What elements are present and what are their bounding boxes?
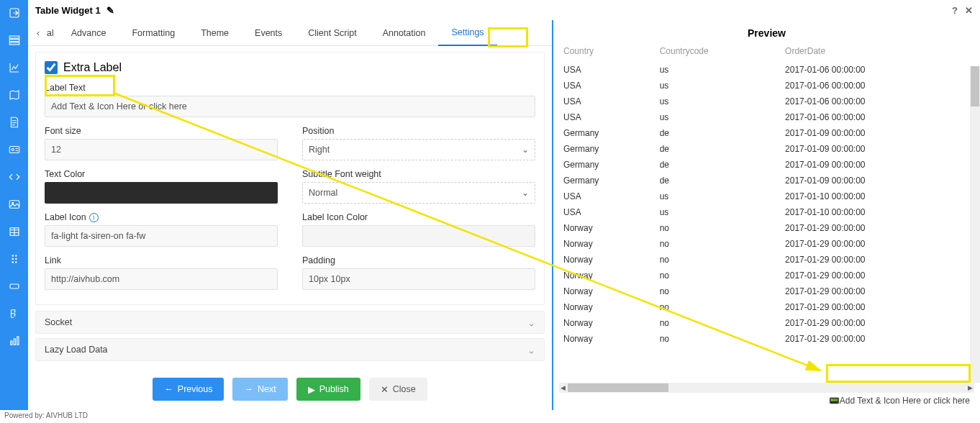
sidebar: [0, 0, 28, 410]
vertical-scroll-thumb[interactable]: [971, 66, 979, 106]
tab-al[interactable]: al: [45, 20, 58, 46]
horizontal-scroll-thumb[interactable]: [568, 383, 668, 392]
table-row[interactable]: Norwayno2017-01-29 00:00:00: [559, 299, 974, 315]
tab-scroll-left-icon[interactable]: ‹: [31, 28, 45, 38]
position-select[interactable]: Right⌄: [302, 139, 535, 160]
stats-icon[interactable]: [7, 334, 22, 348]
table-cell: no: [655, 283, 781, 299]
table-cell: USA: [559, 204, 655, 220]
table-cell: Germany: [559, 173, 655, 188]
text-color-label: Text Color: [45, 169, 278, 179]
label-icon-color-label: Label Icon Color: [302, 212, 535, 222]
table-row[interactable]: Germanyde2017-01-09 00:00:00: [559, 173, 974, 188]
table-row[interactable]: Germanyde2017-01-09 00:00:00: [559, 141, 974, 157]
label-icon-input[interactable]: [45, 225, 278, 247]
map-icon[interactable]: [7, 88, 22, 102]
table-cell: no: [655, 315, 781, 331]
image-icon[interactable]: [7, 197, 22, 212]
accordion-socket[interactable]: Socket⌃: [35, 311, 545, 334]
table-row[interactable]: USAus2017-01-10 00:00:00: [559, 188, 974, 204]
svg-point-14: [15, 262, 17, 263]
vertical-scrollbar[interactable]: [970, 66, 980, 383]
chart-icon[interactable]: [7, 60, 22, 75]
accordion-lazy-load[interactable]: Lazy Load Data⌃: [35, 338, 545, 361]
tab-theme[interactable]: Theme: [188, 20, 242, 46]
table-row[interactable]: Norwayno2017-01-29 00:00:00: [559, 268, 974, 283]
table-row[interactable]: USAus2017-01-06 00:00:00: [559, 78, 974, 94]
table-row[interactable]: Norwayno2017-01-29 00:00:00: [559, 315, 974, 331]
table-header[interactable]: Country: [559, 43, 655, 62]
table-cell: 2017-01-09 00:00:00: [781, 173, 974, 188]
table-row[interactable]: Norwayno2017-01-29 00:00:00: [559, 236, 974, 252]
table-cell: no: [655, 252, 781, 268]
table-cell: 2017-01-29 00:00:00: [781, 236, 974, 252]
svg-point-7: [12, 202, 13, 204]
layout-icon[interactable]: [7, 33, 22, 47]
subtitle-weight-select[interactable]: Normal⌄: [302, 182, 535, 204]
tab-annotation[interactable]: Annotation: [370, 20, 439, 46]
table-row[interactable]: Germanyde2017-01-09 00:00:00: [559, 125, 974, 141]
svg-point-5: [12, 149, 14, 151]
publish-button[interactable]: ▶Publish: [296, 378, 360, 401]
table-header[interactable]: OrderDate: [781, 43, 974, 62]
table-row[interactable]: USAus2017-01-06 00:00:00: [559, 62, 974, 78]
preview-extra-label[interactable]: 📟Add Text & Icon Here or click here: [553, 393, 980, 410]
svg-rect-18: [17, 337, 18, 345]
table-cell: 2017-01-06 00:00:00: [781, 109, 974, 125]
table-row[interactable]: Norwayno2017-01-29 00:00:00: [559, 283, 974, 299]
label-icon-color-swatch[interactable]: [302, 225, 535, 247]
extra-label-text: Extra Label: [63, 61, 122, 74]
footer: Powered by: AIVHUB LTD: [0, 410, 980, 423]
text-color-swatch[interactable]: [45, 182, 278, 204]
previous-button[interactable]: ←Previous: [153, 378, 224, 401]
drag-icon[interactable]: [7, 252, 22, 266]
document-icon[interactable]: [7, 115, 22, 129]
label-text-label: Label Text: [45, 83, 535, 93]
table-row[interactable]: Norwayno2017-01-29 00:00:00: [559, 331, 974, 347]
tab-formatting[interactable]: Formatting: [119, 20, 188, 46]
tab-client-script[interactable]: Client Script: [295, 20, 369, 46]
tab-events[interactable]: Events: [242, 20, 295, 46]
table-cell: us: [655, 109, 781, 125]
table-cell: us: [655, 204, 781, 220]
table-row[interactable]: USAus2017-01-06 00:00:00: [559, 94, 974, 109]
table-row[interactable]: USAus2017-01-06 00:00:00: [559, 109, 974, 125]
svg-rect-17: [14, 339, 15, 345]
font-size-input[interactable]: [45, 139, 278, 160]
svg-rect-4: [9, 147, 19, 153]
table-row[interactable]: Norwayno2017-01-29 00:00:00: [559, 252, 974, 268]
tree-icon[interactable]: [7, 306, 22, 321]
close-window-icon[interactable]: ✕: [965, 5, 973, 16]
preview-table: CountryCountrycodeOrderDate USAus2017-01…: [559, 43, 974, 347]
table-header[interactable]: Countrycode: [655, 43, 781, 62]
table-cell: de: [655, 157, 781, 173]
edit-title-icon[interactable]: ✎: [106, 5, 114, 16]
table-cell: no: [655, 220, 781, 236]
table-row[interactable]: USAus2017-01-10 00:00:00: [559, 204, 974, 220]
code-icon[interactable]: [7, 170, 22, 184]
preview-table-wrap: CountryCountrycodeOrderDate USAus2017-01…: [553, 43, 980, 383]
info-icon[interactable]: i: [89, 213, 99, 222]
extra-label-checkbox[interactable]: [45, 61, 58, 74]
page-title: Table Widget 1: [35, 5, 101, 16]
padding-input[interactable]: [302, 268, 535, 290]
tab-settings[interactable]: Settings: [438, 20, 496, 46]
id-icon[interactable]: [7, 142, 22, 157]
table-cell: 2017-01-09 00:00:00: [781, 125, 974, 141]
svg-point-10: [15, 255, 17, 257]
table-row[interactable]: Norwayno2017-01-29 00:00:00: [559, 220, 974, 236]
link-input[interactable]: [45, 268, 278, 290]
table-icon[interactable]: [7, 224, 22, 239]
label-icon[interactable]: [7, 279, 22, 294]
horizontal-scrollbar[interactable]: ◀ ▶: [559, 383, 974, 393]
label-text-input[interactable]: [45, 96, 535, 117]
export-icon[interactable]: [7, 6, 22, 20]
close-button[interactable]: ✕Close: [369, 378, 427, 401]
svg-rect-16: [10, 341, 12, 345]
help-icon[interactable]: ?: [952, 5, 958, 16]
table-row[interactable]: Germanyde2017-01-09 00:00:00: [559, 157, 974, 173]
next-button[interactable]: →Next: [232, 378, 287, 401]
scroll-left-icon[interactable]: ◀: [559, 383, 567, 393]
tab-advance[interactable]: Advance: [58, 20, 119, 46]
scroll-right-icon[interactable]: ▶: [966, 383, 974, 393]
